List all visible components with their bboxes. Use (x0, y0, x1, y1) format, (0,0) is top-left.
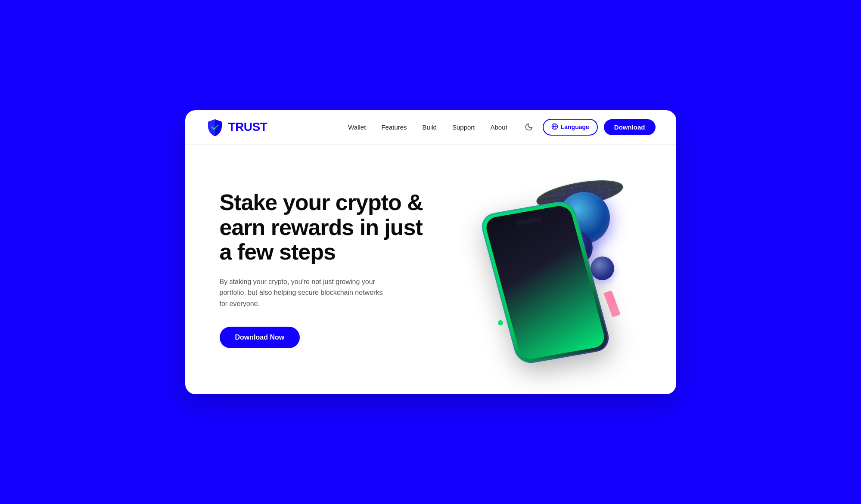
phone-scene (472, 179, 619, 360)
download-nav-button[interactable]: Download (604, 119, 656, 135)
language-label: Language (561, 124, 589, 130)
navbar: TRUST Wallet Features Build Support Abou… (185, 110, 676, 145)
hero-section: Stake your crypto & earn rewards in just… (185, 145, 676, 394)
phone-notch (516, 216, 542, 225)
download-now-button[interactable]: Download Now (220, 327, 300, 348)
shield-icon (206, 118, 224, 136)
nav-links: Wallet Features Build Support About (348, 124, 507, 131)
hero-description: By staking your crypto, you're not just … (220, 276, 383, 309)
nav-actions: Language Download (521, 119, 656, 136)
moon-icon (525, 123, 533, 131)
theme-toggle-button[interactable] (521, 119, 537, 135)
logo[interactable]: TRUST (206, 118, 267, 136)
hero-content: Stake your crypto & earn rewards in just… (220, 190, 435, 348)
globe-svg (551, 123, 558, 130)
nav-features[interactable]: Features (381, 124, 407, 131)
nav-build[interactable]: Build (423, 124, 437, 131)
nav-wallet[interactable]: Wallet (348, 124, 366, 131)
page-container: TRUST Wallet Features Build Support Abou… (185, 110, 676, 394)
nav-support[interactable]: Support (452, 124, 475, 131)
language-button[interactable]: Language (543, 119, 598, 136)
coin-small (591, 257, 614, 280)
accent-shape (603, 290, 620, 317)
globe-icon (551, 123, 558, 131)
logo-text: TRUST (228, 120, 267, 134)
nav-about[interactable]: About (491, 124, 507, 131)
hero-illustration (435, 170, 656, 368)
accent-dot (497, 319, 504, 326)
hero-title: Stake your crypto & earn rewards in just… (220, 190, 435, 264)
